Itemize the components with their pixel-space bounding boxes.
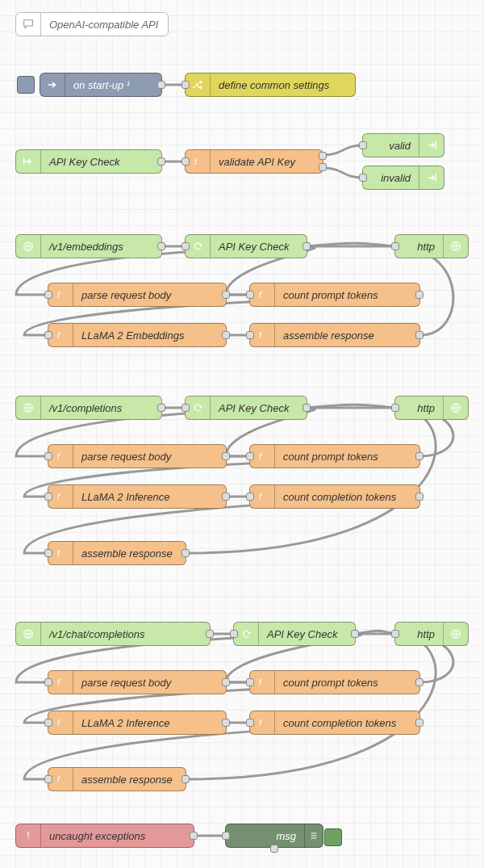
link-call-label: API Key Check [259,628,355,640]
function-countcompl-chat[interactable]: f count completion tokens [249,711,420,735]
http-in-embeddings[interactable]: /v1/embeddings [15,234,162,258]
http-response-chat[interactable]: http [394,622,469,646]
catch-label: uncaught exceptions [41,830,194,842]
svg-text:f: f [57,330,60,340]
arrow-right-icon [40,73,65,96]
svg-text:f: f [57,548,60,558]
function-label: assemble response [275,329,419,342]
link-out-icon [419,166,444,189]
globe-icon [443,396,468,419]
change-node-define[interactable]: define common settings [185,73,356,97]
function-label: count completion tokens [275,491,419,503]
svg-text:f: f [57,290,60,300]
function-assemble-emb[interactable]: f assemble response [249,323,420,347]
http-response-label: http [395,402,443,414]
function-label: assemble response [73,547,186,560]
function-label: count prompt tokens [275,677,419,689]
http-response-label: http [395,628,443,640]
link-call-apikey-chat[interactable]: API Key Check [233,622,356,646]
function-label: validate API Key [211,156,323,168]
function-countprompt-comp[interactable]: f count prompt tokens [249,444,420,468]
globe-icon [443,235,468,258]
link-call-label: API Key Check [211,241,307,253]
function-countprompt-emb[interactable]: f count prompt tokens [249,283,420,307]
http-response-emb[interactable]: http [394,234,469,258]
link-out-valid[interactable]: valid [362,133,444,157]
alert-icon [16,824,41,847]
link-in-icon [16,150,41,173]
svg-text:f: f [259,677,262,687]
link-call-apikey-emb[interactable]: API Key Check [185,234,307,258]
function-assemble-chat[interactable]: f assemble response [48,767,186,791]
inject-node-startup[interactable]: on start-up ¹ [40,73,162,97]
link-call-apikey-comp[interactable]: API Key Check [185,396,307,420]
inject-button[interactable] [17,76,35,94]
inject-label: on start-up ¹ [65,79,161,91]
link-in-label: API Key Check [41,156,161,168]
catch-node[interactable]: uncaught exceptions [15,824,194,848]
comment-node[interactable]: OpenAI-compatible API [15,12,169,36]
debug-bars-icon [304,824,323,847]
svg-text:f: f [57,774,60,784]
globe-icon [16,235,41,258]
svg-text:f: f [57,451,60,461]
http-in-label: /v1/embeddings [41,241,161,253]
link-out-label: valid [363,140,419,152]
function-parse-chat[interactable]: f parse request body [48,670,227,694]
svg-text:f: f [259,718,262,728]
http-response-comp[interactable]: http [394,396,469,420]
globe-icon [443,623,468,645]
function-label: LLaMA 2 Inference [73,717,226,729]
function-label: assemble response [73,774,186,786]
comment-icon [16,13,41,36]
function-parse-emb[interactable]: f parse request body [48,283,227,307]
http-in-label: /v1/chat/completions [41,628,210,640]
comment-label: OpenAI-compatible API [41,19,168,31]
function-validate-apikey[interactable]: f validate API Key [185,149,323,174]
function-label: count prompt tokens [275,451,419,463]
debug-node[interactable]: msg [225,824,323,848]
http-in-chat[interactable]: /v1/chat/completions [15,622,211,646]
svg-text:f: f [57,492,60,501]
function-countprompt-chat[interactable]: f count prompt tokens [249,670,420,694]
svg-text:f: f [194,157,198,166]
function-assemble-comp[interactable]: f assemble response [48,541,186,565]
function-label: parse request body [73,289,226,301]
svg-text:f: f [259,330,262,340]
debug-toggle-button[interactable] [324,828,342,846]
http-response-label: http [395,241,443,253]
link-out-invalid[interactable]: invalid [362,166,444,190]
function-label: parse request body [73,677,226,689]
link-out-icon [419,134,444,157]
link-out-label: invalid [363,172,419,184]
function-countcompl-comp[interactable]: f count completion tokens [249,484,420,509]
link-call-label: API Key Check [211,402,307,414]
svg-text:f: f [259,492,262,501]
globe-icon [16,623,41,645]
function-llama-emb[interactable]: f LLaMA 2 Embeddings [48,323,227,347]
function-parse-comp[interactable]: f parse request body [48,444,227,468]
function-llama-chat[interactable]: f LLaMA 2 Inference [48,711,227,735]
debug-label: msg [226,830,304,842]
flow-canvas[interactable]: OpenAI-compatible API on start-up ¹ defi… [0,0,484,868]
function-label: count completion tokens [275,717,419,729]
function-label: count prompt tokens [275,289,419,301]
svg-text:f: f [57,677,60,687]
function-llama-comp[interactable]: f LLaMA 2 Inference [48,484,227,509]
function-label: LLaMA 2 Embeddings [73,329,226,342]
change-label: define common settings [211,79,355,91]
http-in-label: /v1/completions [41,402,161,414]
link-in-apikey[interactable]: API Key Check [15,149,162,174]
globe-icon [16,396,41,419]
function-label: parse request body [73,451,226,463]
svg-text:f: f [259,290,262,300]
wires-layer [0,0,484,868]
function-label: LLaMA 2 Inference [73,491,226,503]
svg-text:f: f [259,451,262,461]
http-in-completions[interactable]: /v1/completions [15,396,162,420]
svg-text:f: f [57,718,60,728]
